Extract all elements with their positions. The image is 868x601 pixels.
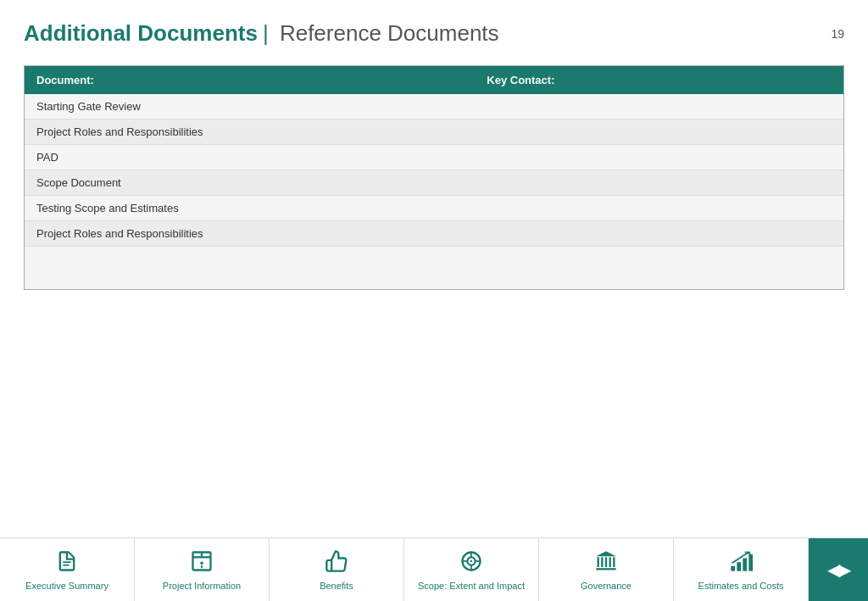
contact-cell	[475, 170, 843, 196]
title-light: Reference Documents	[280, 20, 499, 46]
executive-summary-icon	[55, 549, 79, 576]
svg-point-5	[200, 561, 203, 565]
governance-icon	[594, 549, 618, 576]
doc-cell: Testing Scope and Estimates	[25, 196, 475, 221]
svg-rect-19	[605, 557, 607, 567]
nav-scope-label: Scope: Extent and Impact	[418, 581, 525, 591]
nav-arrows-icon: ◀▶	[827, 559, 849, 580]
nav-project-information[interactable]: Project Information	[135, 538, 270, 601]
empty-doc-cell	[25, 247, 475, 289]
empty-contact-cell	[475, 247, 843, 289]
nav-arrows[interactable]: ◀▶	[809, 538, 868, 601]
col-header-contact: Key Contact:	[475, 66, 843, 94]
contact-cell	[475, 145, 843, 170]
svg-rect-20	[609, 557, 611, 567]
title-pipe: |	[263, 20, 269, 46]
svg-rect-17	[598, 557, 599, 567]
table-row: Scope Document	[25, 170, 843, 196]
contact-cell	[475, 221, 843, 247]
table-row: Testing Scope and Estimates	[25, 196, 843, 221]
table-row: Starting Gate Review	[25, 94, 843, 120]
nav-governance[interactable]: Governance	[539, 538, 674, 601]
table-row: Project Roles and Responsibilities	[25, 221, 843, 247]
contact-cell	[475, 120, 843, 145]
page-title: Additional Documents| Reference Document…	[24, 20, 844, 47]
contact-cell	[475, 94, 843, 120]
main-content: 19 Additional Documents| Reference Docum…	[0, 0, 868, 290]
svg-point-9	[470, 559, 472, 561]
doc-cell: Project Roles and Responsibilities	[25, 221, 475, 247]
project-information-icon	[190, 549, 214, 576]
svg-rect-25	[748, 554, 753, 570]
nav-scope[interactable]: Scope: Extent and Impact	[404, 538, 539, 601]
nav-project-information-label: Project Information	[163, 581, 241, 591]
footer-nav: Executive Summary Project Information Be…	[0, 537, 868, 601]
nav-benefits[interactable]: Benefits	[270, 538, 404, 601]
nav-governance-label: Governance	[581, 581, 632, 591]
benefits-icon	[325, 549, 348, 576]
svg-rect-23	[737, 562, 741, 571]
doc-cell: Scope Document	[25, 170, 475, 196]
svg-rect-21	[613, 557, 615, 567]
svg-marker-16	[596, 551, 615, 556]
reference-documents-table: Document: Key Contact: Starting Gate Rev…	[24, 65, 844, 290]
svg-rect-22	[731, 565, 735, 570]
title-bold: Additional Documents	[24, 20, 258, 46]
nav-estimates-label: Estimates and Costs	[698, 581, 784, 591]
page-number: 19	[831, 27, 844, 41]
nav-estimates[interactable]: Estimates and Costs	[674, 538, 809, 601]
estimates-icon	[729, 549, 753, 576]
nav-benefits-label: Benefits	[320, 581, 353, 591]
svg-rect-14	[596, 568, 615, 570]
table-row: Project Roles and Responsibilities	[25, 120, 843, 145]
contact-cell	[475, 196, 843, 221]
svg-rect-18	[601, 557, 603, 567]
scope-icon	[459, 549, 483, 576]
col-header-document: Document:	[25, 66, 475, 94]
doc-cell: Project Roles and Responsibilities	[25, 120, 475, 145]
nav-executive-summary-label: Executive Summary	[25, 581, 108, 591]
table-row: PAD	[25, 145, 843, 170]
doc-cell: Starting Gate Review	[25, 94, 475, 120]
table-row	[25, 247, 843, 289]
nav-executive-summary[interactable]: Executive Summary	[0, 538, 135, 601]
doc-cell: PAD	[25, 145, 475, 170]
svg-rect-24	[743, 558, 747, 570]
